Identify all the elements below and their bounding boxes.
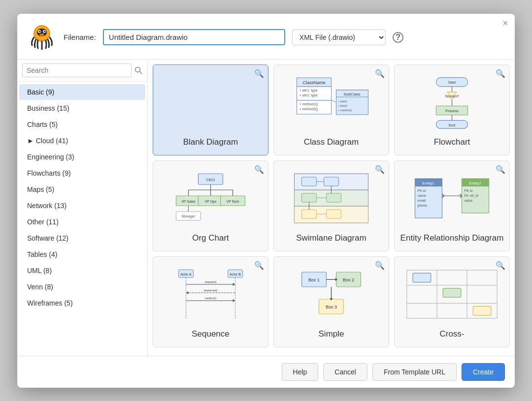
orgchart-label: Org Chart (187, 233, 234, 244)
orgchart-preview: CEO VP Sales VP Ops VP Tech (153, 161, 268, 233)
svg-marker-93 (233, 283, 235, 286)
svg-text:request(): request() (204, 280, 216, 283)
category-item-wireframes[interactable]: Wireframes (5) (19, 295, 145, 311)
template-swimlane[interactable]: 🔍 (273, 160, 389, 251)
svg-text:Decision?: Decision? (445, 94, 459, 98)
help-icon-header[interactable]: ? (393, 32, 403, 43)
category-item-venn[interactable]: Venn (8) (19, 279, 145, 295)
svg-text:value: value (465, 199, 473, 202)
category-item-maps[interactable]: Maps (5) (19, 182, 145, 197)
svg-text:+ field2: + field2 (338, 104, 348, 107)
category-item-network[interactable]: Network (13) (19, 198, 145, 214)
svg-text:Box 3: Box 3 (326, 305, 337, 309)
dialog-body: Basic (9) Business (15) Charts (5) ► Clo… (17, 60, 515, 356)
category-item-charts[interactable]: Charts (5) (19, 117, 145, 132)
zoom-orgchart-icon[interactable]: 🔍 (254, 165, 264, 174)
search-box (17, 60, 147, 82)
sequence-label: Sequence (187, 329, 234, 339)
dialog-header: Filename: XML File (.drawio) XML File (.… (17, 14, 515, 60)
filename-input[interactable] (103, 29, 285, 45)
create-button[interactable]: Create (462, 363, 505, 381)
svg-rect-63 (302, 210, 317, 218)
sequence-preview: Actor A Actor B request() response() (153, 257, 268, 329)
template-url-button[interactable]: From Template URL (372, 363, 457, 381)
svg-text:Box 2: Box 2 (343, 278, 354, 282)
svg-rect-58 (324, 177, 339, 186)
svg-rect-61 (327, 193, 341, 202)
app-logo (27, 23, 57, 52)
flowchart-label: Flowchart (429, 137, 475, 148)
zoom-cross-icon[interactable]: 🔍 (496, 261, 505, 270)
simple-preview: Box 1 Box 2 Box 3 (274, 257, 389, 329)
blank-preview (153, 65, 268, 137)
category-item-tables[interactable]: Tables (4) (19, 247, 145, 262)
template-cross[interactable]: 🔍 Cross- (394, 256, 510, 347)
filetype-select[interactable]: XML File (.drawio) XML File (.xml) HTML … (292, 30, 386, 45)
svg-text:ClassName: ClassName (302, 80, 326, 85)
svg-text:VP Tech: VP Tech (227, 200, 239, 203)
search-input[interactable] (22, 63, 132, 77)
blank-label: Blank Diagram (178, 137, 243, 148)
category-sidebar: Basic (9) Business (15) Charts (5) ► Clo… (17, 60, 148, 356)
svg-text:VP Ops: VP Ops (205, 200, 217, 204)
category-item-business[interactable]: Business (15) (19, 100, 145, 116)
svg-text:CEO: CEO (206, 178, 215, 182)
zoom-simple-icon[interactable]: 🔍 (375, 261, 385, 270)
svg-text:response(): response() (203, 289, 218, 292)
zoom-class-icon[interactable]: 🔍 (375, 69, 385, 78)
svg-text:VP Sales: VP Sales (181, 200, 196, 203)
svg-rect-60 (302, 193, 317, 202)
zoom-flowchart-icon[interactable]: 🔍 (496, 69, 505, 78)
category-item-software[interactable]: Software (12) (19, 230, 145, 246)
category-item-basic[interactable]: Basic (9) (19, 84, 145, 100)
svg-text:+ method(): + method() (338, 109, 352, 112)
close-button[interactable]: × (502, 19, 508, 28)
class-label: Class Diagram (299, 137, 364, 148)
category-item-cloud[interactable]: ► Cloud (41) (19, 133, 145, 149)
svg-text:SubClass: SubClass (343, 92, 360, 96)
template-simple[interactable]: 🔍 Box 1 Box 2 Box 3 Simp (273, 256, 389, 347)
zoom-blank-icon[interactable]: 🔍 (254, 69, 264, 78)
svg-text:PK id: PK id (418, 189, 426, 192)
svg-text:Start: Start (448, 80, 456, 85)
template-orgchart[interactable]: 🔍 CEO VP Sales VP Ops (153, 160, 268, 251)
svg-text:+ attr2: type: + attr2: type (299, 93, 318, 97)
erd-label: Entity Relationship Diagram (396, 233, 509, 244)
category-item-flowcharts[interactable]: Flowcharts (9) (19, 165, 145, 181)
zoom-erd-icon[interactable]: 🔍 (496, 165, 505, 174)
template-sequence[interactable]: 🔍 Actor A Actor B request() (153, 256, 268, 347)
zoom-sequence-icon[interactable]: 🔍 (254, 261, 264, 270)
cross-preview (395, 257, 509, 329)
template-blank[interactable]: 🔍 Blank Diagram (153, 64, 268, 155)
svg-point-5 (44, 31, 45, 32)
category-item-engineering[interactable]: Engineering (3) (19, 149, 145, 165)
category-item-other[interactable]: Other (11) (19, 214, 145, 230)
svg-text:email: email (418, 199, 426, 202)
svg-text:FK ref_id: FK ref_id (465, 194, 479, 198)
template-flowchart[interactable]: 🔍 Start Decision? Process End (394, 64, 510, 155)
svg-text:Actor A: Actor A (180, 273, 192, 276)
svg-rect-117 (443, 288, 461, 297)
svg-text:Process: Process (445, 109, 459, 113)
svg-text:Actor B: Actor B (230, 273, 241, 276)
svg-text:Entity1: Entity1 (422, 181, 434, 185)
category-item-uml[interactable]: UML (8) (19, 263, 145, 278)
help-button[interactable]: Help (282, 363, 319, 381)
cancel-button[interactable]: Cancel (323, 363, 367, 381)
svg-line-8 (140, 71, 142, 74)
svg-text:confirm(): confirm() (205, 297, 217, 300)
svg-text:End: End (449, 123, 455, 127)
svg-text:Entity2: Entity2 (469, 181, 481, 185)
flowchart-preview: Start Decision? Process End (395, 65, 509, 137)
svg-text:name: name (418, 194, 427, 197)
svg-rect-57 (302, 177, 317, 186)
dialog-footer: Help Cancel From Template URL Create (17, 356, 515, 388)
svg-text:+ method2(): + method2() (299, 107, 318, 111)
template-class[interactable]: 🔍 ClassName + attr1: type + attr2: type … (273, 64, 389, 155)
zoom-swimlane-icon[interactable]: 🔍 (375, 165, 385, 174)
swimlane-preview (274, 161, 389, 233)
svg-text:+ method1(): + method1() (299, 102, 318, 106)
template-erd[interactable]: 🔍 Entity1 PK id name email phone (394, 160, 510, 251)
svg-text:PK id: PK id (465, 189, 473, 192)
svg-rect-116 (413, 273, 431, 282)
